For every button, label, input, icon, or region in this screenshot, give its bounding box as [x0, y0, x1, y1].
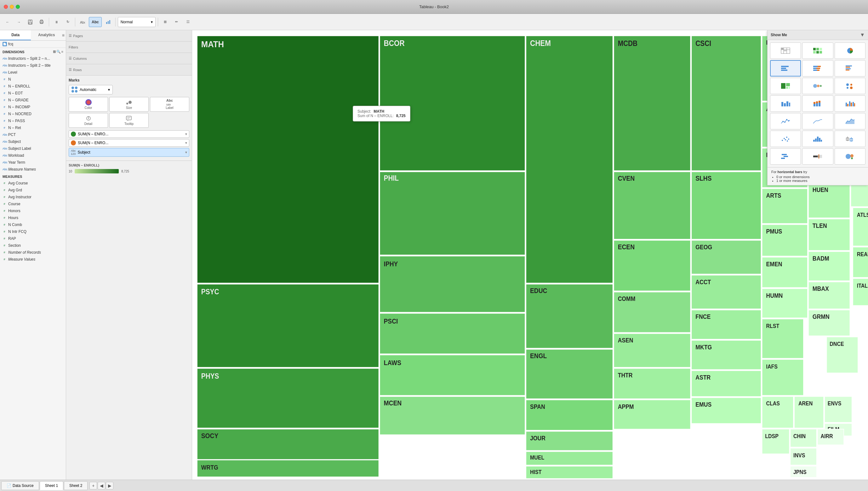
show-me-scatter[interactable]: [770, 131, 801, 147]
toolbar-pen[interactable]: ✏: [172, 17, 182, 27]
add-sheet-button[interactable]: +: [89, 482, 97, 489]
field-label: N – PASS: [8, 119, 25, 123]
meas-rap[interactable]: # RAP: [0, 235, 66, 242]
show-me-packed-bubbles[interactable]: [835, 148, 866, 165]
dim-instructors-1[interactable]: Abc Instructors – Split 2 – n...: [0, 55, 66, 62]
dim-year-term[interactable]: Abc Year Term: [0, 159, 66, 166]
show-me-side-circles[interactable]: [835, 78, 866, 94]
toolbar-tooltip[interactable]: ☷: [183, 17, 193, 27]
toolbar-undo[interactable]: ←: [2, 17, 12, 27]
show-me-line-discrete[interactable]: [770, 113, 801, 129]
grid-view-icon[interactable]: ⊞: [53, 50, 56, 54]
show-me-text-table[interactable]: [770, 42, 801, 59]
toolbar-refresh[interactable]: ↻: [63, 17, 73, 27]
toolbar-abc[interactable]: Abc: [89, 17, 102, 27]
meas-number-of-records[interactable]: # Number of Records: [0, 249, 66, 256]
dim-n-eot[interactable]: # N – EOT: [0, 90, 66, 97]
marks-pill-subject[interactable]: Abc123 Subject ▾: [69, 148, 189, 157]
dim-pct[interactable]: Abc PCT: [0, 131, 66, 138]
add-field-icon[interactable]: ≡: [61, 50, 63, 54]
show-me-pie[interactable]: [835, 42, 866, 59]
columns-text: Columns: [73, 57, 87, 60]
data-source-name[interactable]: fcq: [8, 42, 13, 46]
dim-n-enroll[interactable]: # N – ENROLL: [0, 83, 66, 90]
show-me-histogram[interactable]: [802, 131, 833, 147]
show-me-side-hbar[interactable]: [835, 60, 866, 77]
label-control[interactable]: Abc123 Label: [150, 97, 189, 112]
view-area[interactable]: MATH PSYC PHYS SOCY WRTG BCOR: [192, 30, 868, 480]
svg-text:SLHS: SLHS: [695, 175, 711, 182]
show-me-stacked-bar[interactable]: [802, 95, 833, 112]
color-control[interactable]: Color: [69, 97, 108, 112]
meas-measure-values[interactable]: # Measure Values: [0, 256, 66, 263]
tab-data[interactable]: Data: [0, 30, 31, 40]
tab-analytics[interactable]: Analytics: [31, 30, 62, 40]
scroll-sheets-right[interactable]: ▶: [106, 482, 113, 489]
dim-n-nocred[interactable]: # N – NOCRED: [0, 111, 66, 117]
show-me-treemap[interactable]: [770, 78, 801, 94]
dim-n-ret[interactable]: # N – Ret: [0, 124, 66, 131]
dim-n-pass[interactable]: # N – PASS: [0, 117, 66, 124]
detail-control[interactable]: Detail: [69, 113, 108, 128]
meas-section[interactable]: # Section: [0, 242, 66, 249]
meas-n-intr-fcq[interactable]: # N Intr FCQ: [0, 228, 66, 235]
toolbar-chart[interactable]: [103, 17, 113, 27]
size-control[interactable]: Size: [109, 97, 149, 112]
panel-options-icon[interactable]: ≡: [62, 33, 64, 38]
minimize-button[interactable]: [10, 5, 14, 9]
dim-instructors-2[interactable]: Abc Instructors – Split 2 – title: [0, 62, 66, 69]
show-me-gantt[interactable]: [770, 148, 801, 165]
pill-text-2: SUM(N – ENRO...: [78, 141, 108, 145]
tab-sheet-2[interactable]: Sheet 2: [64, 481, 88, 490]
show-me-line-continuous[interactable]: [802, 113, 833, 129]
show-me-hbar[interactable]: [770, 60, 801, 77]
meas-course[interactable]: # Course: [0, 201, 66, 207]
marks-type-selector[interactable]: Automatic ▾: [69, 85, 113, 94]
marks-pill-sum-enroll-2[interactable]: SUM(N – ENRO... ▾: [69, 139, 189, 147]
side-bars-icon: [845, 100, 855, 107]
meas-honors[interactable]: # Honors: [0, 207, 66, 214]
dim-n-incomp[interactable]: # N – INCOMP: [0, 104, 66, 111]
show-me-box[interactable]: [835, 131, 866, 147]
tab-data-source[interactable]: 📄 Data Source: [1, 481, 39, 490]
show-me-circle[interactable]: [802, 78, 833, 94]
meas-n-comb[interactable]: # N Comb: [0, 221, 66, 228]
meas-hours[interactable]: # Hours: [0, 214, 66, 221]
toolbar-print[interactable]: [36, 17, 47, 27]
marks-type-dropdown[interactable]: Normal ▾: [118, 17, 156, 27]
svg-text:BCOR: BCOR: [384, 39, 405, 48]
search-icon[interactable]: 🔍: [56, 50, 61, 54]
show-me-close-icon[interactable]: ▼: [860, 32, 865, 38]
dim-subject-label[interactable]: Abc Subject Label: [0, 145, 66, 152]
toolbar-save[interactable]: [25, 17, 35, 27]
dim-workload[interactable]: Abc Workload: [0, 152, 66, 159]
marks-pill-sum-enroll-1[interactable]: SUM(N – ENRO... ▾: [69, 130, 189, 138]
meas-avg-grd[interactable]: # Avg Grd: [0, 186, 66, 194]
show-me-bullet[interactable]: [802, 148, 833, 165]
meas-avg-course[interactable]: # Avg Course: [0, 180, 66, 186]
dim-level[interactable]: Abc Level: [0, 69, 66, 76]
maximize-button[interactable]: [16, 5, 20, 9]
dim-subject[interactable]: Abc Subject: [0, 138, 66, 145]
heat-map-icon: [813, 47, 823, 54]
treemap-chart[interactable]: MATH PSYC PHYS SOCY WRTG BCOR: [192, 30, 868, 480]
show-me-stacked-hbar[interactable]: [802, 60, 833, 77]
show-me-area-discrete[interactable]: [835, 113, 866, 129]
toolbar-fit[interactable]: ⊞: [160, 17, 170, 27]
meas-avg-instructor[interactable]: # Avg Instructor: [0, 194, 66, 201]
field-label: N – ENROLL: [8, 84, 30, 88]
dim-measure-names[interactable]: Abc Measure Names: [0, 166, 66, 173]
dim-n-grade[interactable]: # N – GRADE: [0, 97, 66, 104]
toolbar-pause[interactable]: ⏸: [51, 17, 61, 27]
toolbar-redo[interactable]: →: [14, 17, 24, 27]
show-me-heat-map[interactable]: [802, 42, 833, 59]
toolbar-format-1[interactable]: Abc: [78, 17, 88, 27]
tooltip-control[interactable]: Tooltip: [109, 113, 149, 128]
show-me-bar[interactable]: [770, 95, 801, 112]
scroll-sheets-left[interactable]: ◀: [97, 482, 105, 489]
legend-bar-container: 10 8,725: [69, 169, 189, 173]
dim-n[interactable]: # N: [0, 76, 66, 83]
show-me-side-bars[interactable]: [835, 95, 866, 112]
close-button[interactable]: [4, 5, 8, 9]
tab-sheet-1[interactable]: Sheet 1: [40, 481, 63, 490]
